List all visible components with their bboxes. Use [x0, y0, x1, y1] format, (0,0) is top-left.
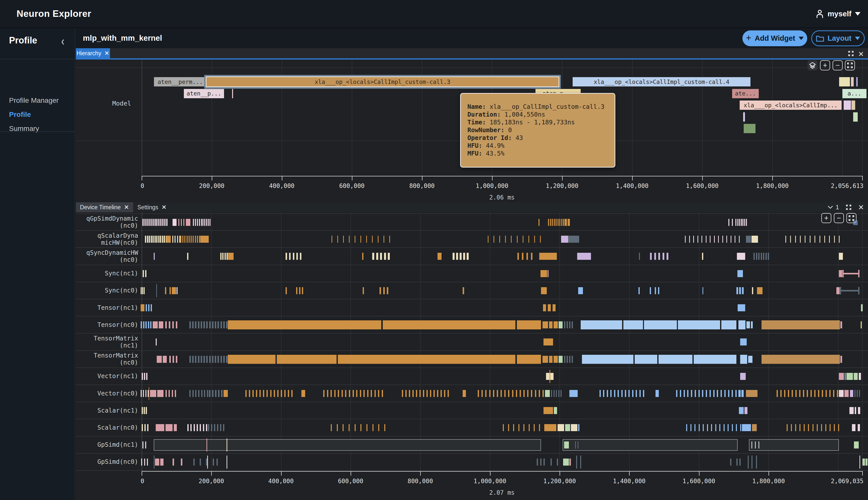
mark-tick: [143, 390, 144, 397]
zoom-in-button[interactable]: +: [820, 60, 830, 70]
hierarchy-chart[interactable]: 0200,000400,000600,000800,0001,000,0001,…: [76, 59, 868, 202]
mark-block: [159, 321, 163, 328]
mark-tick: [558, 219, 558, 226]
device-timeline-chart[interactable]: 0200,000400,000600,000800,0001,000,0001,…: [76, 212, 868, 500]
mark-tick: [148, 321, 149, 328]
close-tab-icon[interactable]: ✕: [124, 204, 129, 211]
zoom-out-button[interactable]: −: [834, 213, 844, 223]
zoom-in-button[interactable]: +: [821, 213, 831, 223]
mark-tick: [195, 356, 196, 363]
add-widget-button[interactable]: + Add Widget: [742, 31, 807, 46]
main-area: mlp_with_mm_kernel + Add Widget Layout H…: [76, 28, 868, 500]
flame-bar[interactable]: [851, 77, 854, 87]
flame-bar[interactable]: aten__p...: [184, 89, 224, 98]
mark-block: [740, 355, 747, 364]
fit-view-button[interactable]: [845, 60, 855, 70]
close-tab-icon[interactable]: ✕: [162, 204, 166, 211]
mark-block: [866, 458, 868, 466]
mark-tick: [654, 253, 656, 260]
mark-tick: [334, 390, 336, 397]
close-tab-icon[interactable]: ✕: [104, 50, 109, 57]
mark-tick: [567, 321, 568, 328]
mark-block: [738, 320, 745, 329]
row-label: Tensor(nc1): [76, 299, 138, 316]
mark-tick: [703, 424, 704, 431]
scrollbar-thumb[interactable]: [853, 220, 858, 225]
mark-block: [737, 253, 745, 260]
close-panel-icon[interactable]: ✕: [858, 203, 864, 212]
mark-tick: [145, 236, 146, 243]
zoom-out-button[interactable]: −: [833, 60, 843, 70]
axis-tick-label: 1,200,000: [546, 182, 578, 190]
tab-hierarchy[interactable]: Hierarchy✕: [76, 48, 110, 58]
mark-tick: [343, 236, 344, 243]
mark-block: [861, 304, 863, 311]
mark-block: [558, 356, 563, 363]
mark-tick: [556, 219, 557, 226]
flame-bar[interactable]: xla___op_<locals>CallImpl_custom-call.4: [572, 77, 751, 87]
chevron-down-icon: [828, 205, 833, 209]
mark-block: [551, 458, 552, 466]
mark-tick: [820, 236, 820, 243]
flame-bar[interactable]: [856, 77, 858, 87]
flame-bar[interactable]: xla___op_<locals>CallImp...: [740, 101, 842, 110]
mark-tick: [639, 390, 641, 397]
flame-bar[interactable]: ate...: [732, 89, 759, 98]
flame-bar-selected[interactable]: xla___op_<locals>CallImpl_custom-call.3: [204, 75, 561, 89]
flame-bar[interactable]: [852, 101, 855, 110]
mark-tick: [345, 390, 346, 397]
mark-block: [544, 339, 553, 345]
mark-tall-line: [207, 455, 208, 469]
mark-tick: [562, 219, 562, 226]
mark-block: [153, 321, 158, 328]
mark-tick: [427, 390, 428, 397]
sidebar-collapse-icon[interactable]: ‹: [61, 34, 64, 48]
mark-tick: [189, 236, 189, 243]
flame-bar[interactable]: [853, 112, 858, 122]
mark-tick: [569, 321, 570, 328]
mark-tick: [558, 390, 559, 397]
mark-tick: [737, 287, 738, 294]
close-panel-icon[interactable]: ✕: [858, 50, 864, 58]
mark-tick: [149, 236, 150, 243]
mark-tick: [380, 287, 381, 294]
mark-block: [577, 253, 591, 260]
timeline-row: Vector(nc0): [76, 385, 868, 402]
layout-button[interactable]: Layout: [811, 31, 865, 46]
sidebar-item-profile[interactable]: Profile: [9, 110, 31, 120]
overflow-tabs-dropdown[interactable]: 1: [828, 204, 839, 211]
sidebar-item-profile-manager[interactable]: Profile Manager: [9, 95, 59, 105]
flame-bar[interactable]: a...: [842, 89, 867, 98]
mark-tick: [380, 253, 382, 260]
flame-bar[interactable]: [839, 77, 850, 87]
mark-tall-line: [156, 284, 157, 297]
axis-tick: [862, 471, 863, 476]
mark-tick: [456, 253, 458, 260]
mark-tick: [355, 236, 355, 243]
user-icon: [815, 9, 824, 18]
expand-panel-icon[interactable]: [848, 50, 854, 57]
tab-settings[interactable]: Settings✕: [133, 202, 171, 212]
mark-tick: [413, 390, 414, 397]
flame-bar[interactable]: [232, 89, 233, 98]
mark-block: [737, 270, 743, 277]
mark-tick: [676, 390, 678, 397]
mark-tick: [207, 390, 208, 397]
mark-tick: [791, 424, 792, 431]
flame-bar[interactable]: [744, 124, 755, 133]
flame-bar[interactable]: aten__perm...: [154, 77, 207, 87]
sidebar-item-summary[interactable]: Summary: [9, 124, 39, 134]
mark-tick: [147, 424, 148, 431]
mark-block: [859, 373, 861, 380]
layers-icon[interactable]: [808, 60, 818, 70]
row-label: Scalar(nc0): [76, 419, 138, 436]
user-menu[interactable]: myself: [815, 0, 860, 27]
mark-tick: [423, 390, 424, 397]
flame-bar[interactable]: [844, 101, 851, 110]
mark-block: [623, 320, 643, 329]
tab-device-timeline[interactable]: Device Timeline✕: [76, 202, 133, 212]
expand-panel-icon[interactable]: [846, 204, 852, 210]
flame-bar[interactable]: [743, 112, 745, 122]
mark-tick: [556, 390, 557, 397]
mark-tick: [195, 236, 196, 243]
